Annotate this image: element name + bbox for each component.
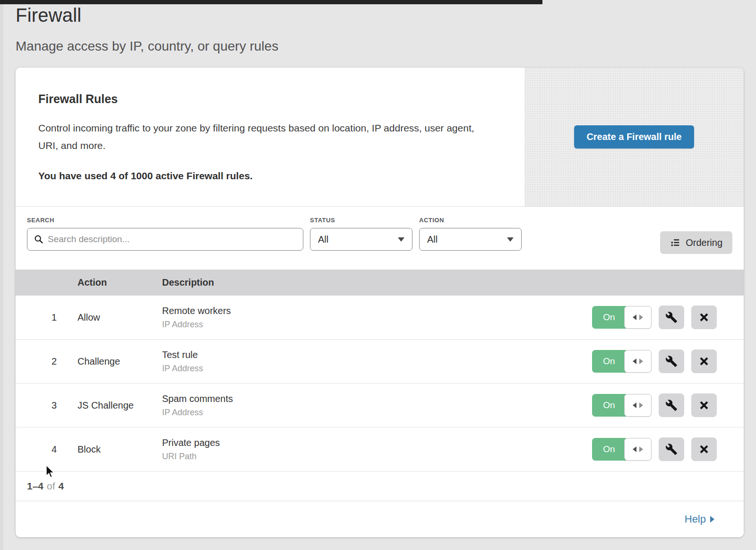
rules-list: 1 Allow Remote workers IP Address On [16, 296, 744, 471]
triangle-right-icon [639, 358, 643, 364]
rule-match-field: IP Address [162, 364, 583, 374]
rule-enabled-toggle[interactable]: On [592, 306, 652, 329]
search-input-box[interactable] [27, 228, 303, 251]
rule-action: Block [77, 444, 162, 455]
x-icon [698, 356, 710, 367]
x-icon [698, 312, 710, 323]
help-link-label: Help [685, 513, 706, 525]
delete-rule-button[interactable] [691, 437, 717, 461]
toggle-drag-handle[interactable] [624, 350, 652, 373]
edit-rule-button[interactable] [659, 393, 684, 417]
ordered-list-icon [670, 237, 680, 248]
description-column-header: Description [162, 277, 583, 288]
page-subtitle: Manage access by IP, country, or query r… [16, 39, 278, 54]
firewall-page: Firewall Manage access by IP, country, o… [0, 0, 756, 550]
filter-bar: SEARCH STATUS All ACTION [16, 207, 744, 270]
action-column-header: Action [77, 277, 162, 288]
wrench-icon [665, 311, 678, 323]
triangle-right-icon [639, 402, 643, 408]
table-header: Action Description [16, 270, 744, 296]
intro-heading: Firewall Rules [38, 92, 491, 106]
search-label: SEARCH [27, 217, 303, 224]
ordering-button[interactable]: Ordering [660, 231, 732, 254]
rule-priority: 1 [16, 312, 77, 323]
search-input[interactable] [48, 234, 296, 244]
toggle-on-label: On [592, 438, 626, 461]
rule-match-field: URI Path [162, 452, 583, 462]
rule-priority: 3 [16, 400, 77, 411]
page-header: Firewall Manage access by IP, country, o… [16, 5, 278, 54]
pagination-of: of [47, 480, 55, 492]
triangle-left-icon [633, 314, 636, 320]
toggle-drag-handle[interactable] [624, 306, 652, 329]
triangle-left-icon [633, 358, 636, 364]
rule-priority: 2 [16, 356, 77, 367]
triangle-left-icon [633, 402, 636, 408]
firewall-rule-row: 3 JS Challenge Spam comments IP Address … [16, 384, 744, 428]
window-top-edge [0, 0, 542, 4]
create-rule-panel: Create a Firewall rule [524, 68, 744, 206]
x-icon [698, 444, 710, 455]
status-select[interactable]: All [310, 228, 412, 251]
firewall-rules-card: Firewall Rules Control incoming traffic … [16, 68, 744, 537]
create-firewall-rule-button[interactable]: Create a Firewall rule [574, 125, 694, 148]
rule-enabled-toggle[interactable]: On [592, 394, 652, 417]
action-select[interactable]: All [419, 228, 522, 251]
chevron-down-icon [398, 237, 404, 242]
firewall-rule-row: 1 Allow Remote workers IP Address On [16, 296, 744, 340]
wrench-icon [665, 399, 678, 411]
rule-priority: 4 [16, 444, 77, 455]
intro-section: Firewall Rules Control incoming traffic … [16, 68, 744, 207]
edit-rule-button[interactable] [659, 349, 684, 373]
rule-description: Test rule [162, 349, 583, 360]
window-left-edge [0, 0, 3, 550]
delete-rule-button[interactable] [691, 306, 717, 329]
wrench-icon [665, 443, 678, 455]
toggle-on-label: On [592, 350, 626, 373]
rule-description: Spam comments [162, 393, 583, 404]
rule-action: Allow [77, 312, 162, 323]
rule-enabled-toggle[interactable]: On [592, 438, 652, 461]
intro-description: Control incoming traffic to your zone by… [38, 119, 491, 154]
usage-summary: You have used 4 of 1000 active Firewall … [38, 170, 491, 182]
status-selected-value: All [318, 234, 328, 245]
card-footer: Help [16, 501, 744, 537]
action-label: ACTION [419, 217, 522, 224]
rule-match-field: IP Address [162, 320, 583, 330]
search-icon [34, 235, 43, 244]
pagination: 1–4 of 4 [16, 471, 744, 501]
triangle-right-icon [639, 446, 643, 452]
rule-description: Remote workers [162, 306, 583, 316]
rule-match-field: IP Address [162, 408, 583, 418]
delete-rule-button[interactable] [691, 349, 717, 373]
delete-rule-button[interactable] [691, 393, 717, 417]
firewall-rule-row: 2 Challenge Test rule IP Address On [16, 340, 744, 384]
mouse-cursor [44, 465, 56, 480]
page-title: Firewall [16, 5, 278, 26]
action-selected-value: All [427, 234, 438, 245]
help-link[interactable]: Help [685, 513, 714, 525]
triangle-right-icon [639, 314, 643, 320]
intro-text-panel: Firewall Rules Control incoming traffic … [16, 68, 524, 206]
triangle-left-icon [633, 446, 636, 452]
chevron-down-icon [507, 237, 514, 242]
rule-action: Challenge [77, 356, 162, 367]
triangle-right-icon [710, 516, 714, 523]
firewall-rule-row: 4 Block Private pages URI Path On [16, 428, 744, 471]
toggle-drag-handle[interactable] [624, 438, 652, 461]
rule-description: Private pages [162, 437, 583, 448]
edit-rule-button[interactable] [659, 306, 684, 329]
pagination-total: 4 [59, 480, 64, 492]
rule-enabled-toggle[interactable]: On [592, 350, 652, 373]
rule-action: JS Challenge [77, 400, 162, 411]
x-icon [698, 400, 710, 411]
toggle-on-label: On [592, 394, 626, 417]
wrench-icon [665, 355, 678, 367]
toggle-drag-handle[interactable] [624, 394, 652, 417]
status-label: STATUS [310, 217, 412, 224]
pagination-range: 1–4 [27, 480, 43, 492]
toggle-on-label: On [592, 306, 626, 329]
edit-rule-button[interactable] [659, 437, 684, 461]
ordering-button-label: Ordering [686, 237, 722, 248]
